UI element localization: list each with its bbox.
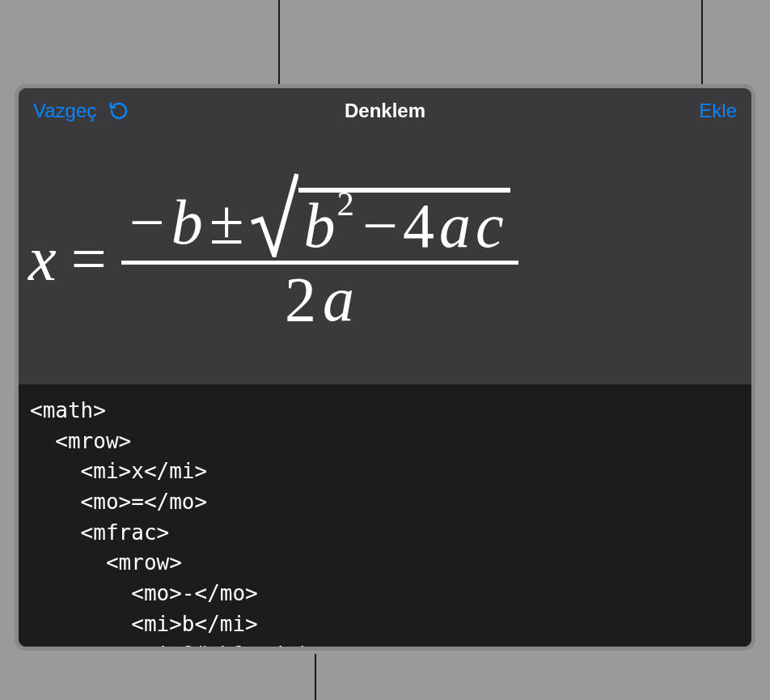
minus-sign: − (362, 194, 398, 257)
denominator: 2 a (277, 265, 362, 334)
radicand: b 2 − 4 a c (298, 188, 510, 257)
numerator: − b ± b 2 − (121, 185, 518, 261)
insert-button[interactable]: Ekle (699, 100, 737, 122)
radical-icon (250, 188, 298, 257)
header-right-group: Ekle (699, 100, 737, 122)
literal-2: 2 (285, 268, 316, 331)
var-x: x (28, 227, 57, 291)
minus-sign: − (129, 191, 165, 254)
literal-4: 4 (403, 194, 434, 257)
equals-sign: = (71, 227, 107, 291)
var-a-den: a (323, 268, 354, 331)
header-left-group: Vazgeç (33, 100, 130, 122)
dialog-header: Vazgeç Denklem Ekle (19, 88, 751, 134)
var-c: c (476, 194, 504, 257)
fraction: − b ± b 2 − (121, 185, 518, 334)
var-b: b (171, 191, 203, 254)
callout-line (315, 654, 316, 700)
cancel-button[interactable]: Vazgeç (33, 100, 96, 122)
undo-icon[interactable] (108, 100, 130, 122)
screenshot-root: { "header": { "cancel_label": "Vazgeç", … (0, 0, 770, 700)
rendered-equation: x = − b ± (28, 185, 518, 334)
mathml-editor[interactable]: <math> <mrow> <mi>x</mi> <mo>=</mo> <mfr… (19, 384, 751, 647)
var-a: a (439, 194, 471, 257)
plus-minus-sign: ± (209, 191, 244, 254)
square-root: b 2 − 4 a c (250, 188, 510, 257)
callout-line (701, 0, 703, 85)
equation-dialog: Vazgeç Denklem Ekle x = − (15, 84, 755, 651)
superscript-2: 2 (336, 187, 353, 222)
var-b-squared: b (303, 194, 335, 257)
equation-preview: x = − b ± (19, 134, 751, 384)
